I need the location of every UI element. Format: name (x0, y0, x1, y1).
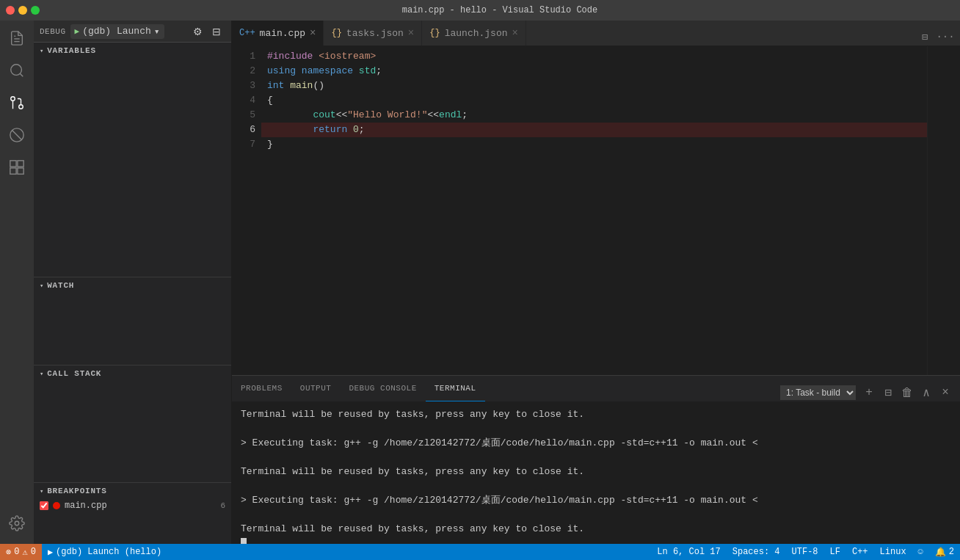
token-return: return (313, 123, 347, 137)
status-spaces[interactable]: Spaces: 4 (727, 544, 786, 560)
svg-point-5 (11, 97, 15, 101)
token-string: "Hello World!" (347, 108, 427, 123)
tab-close-launch[interactable]: × (512, 27, 518, 39)
split-editor-button[interactable]: ⊟ (916, 28, 934, 46)
line-num-7: 7 (238, 137, 255, 152)
status-os[interactable]: Linux (874, 544, 912, 560)
terminal-line-9: Terminal will be reused by tasks, press … (241, 522, 951, 537)
svg-rect-11 (10, 168, 16, 174)
tab-close-main-cpp[interactable]: × (310, 27, 316, 39)
panel-tab-output[interactable]: OUTPUT (291, 376, 341, 401)
maximize-button[interactable] (31, 6, 40, 15)
terminal-select[interactable]: 1: Task - build (780, 385, 856, 400)
status-debug-session[interactable]: ▶ (gdb) Launch (hello) (42, 544, 167, 560)
close-panel-button[interactable]: × (937, 384, 954, 401)
callstack-header[interactable]: ▾ CALL STACK (34, 366, 231, 382)
code-editor[interactable]: 1 2 3 4 5 6 7 #include <iostream> (232, 46, 960, 375)
play-icon: ▶ (75, 26, 80, 36)
position-text: Ln 6, Col 17 (657, 547, 720, 557)
status-feedback[interactable]: ☺ (912, 544, 929, 560)
breakpoints-label: BREAKPOINTS (47, 487, 106, 495)
line-num-2: 2 (238, 64, 255, 79)
tab-launch-json[interactable]: {} launch.json × (422, 21, 526, 46)
debug-session[interactable]: ▶ (gdb) Launch ▾ (70, 24, 164, 39)
panel-tab-terminal[interactable]: TERMINAL (426, 376, 485, 401)
svg-rect-12 (18, 168, 23, 174)
status-bar: ⊗ 0 ⚠ 0 ▶ (gdb) Launch (hello) Ln 6, Col… (0, 544, 960, 560)
panel-tab-debug-console[interactable]: DEBUG CONSOLE (340, 376, 425, 401)
close-button[interactable] (6, 6, 15, 15)
debug-layout-button[interactable]: ⊟ (208, 23, 225, 40)
play-status-icon: ▶ (48, 547, 53, 558)
line-num-1: 1 (238, 49, 255, 64)
terminal-line-7: > Executing task: g++ -g /home/zl2014277… (241, 493, 951, 508)
debug-gear-button[interactable]: ⚙ (189, 23, 206, 40)
code-line-7: } (261, 137, 927, 152)
status-position[interactable]: Ln 6, Col 17 (651, 544, 726, 560)
breakpoint-checkbox[interactable] (40, 501, 48, 510)
feedback-icon: ☺ (918, 547, 923, 557)
warning-count: 0 (31, 547, 36, 557)
activity-settings[interactable] (2, 509, 32, 538)
terminal-line-5: Terminal will be reused by tasks, press … (241, 465, 951, 479)
minimap (927, 46, 960, 375)
split-terminal-button[interactable]: ⊟ (879, 384, 897, 401)
callstack-section: ▾ CALL STACK (34, 366, 231, 483)
terminal-selector: 1: Task - build (780, 385, 856, 400)
activity-extensions[interactable] (2, 153, 32, 182)
activity-search[interactable] (2, 56, 32, 85)
tab-label-tasks: tasks.json (346, 28, 404, 39)
terminal-content[interactable]: Terminal will be reused by tasks, press … (232, 401, 960, 544)
watch-header[interactable]: ▾ WATCH (34, 277, 231, 294)
terminal-line-1: Terminal will be reused by tasks, press … (241, 407, 951, 422)
breakpoint-item[interactable]: main.cpp 6 (34, 499, 231, 512)
tab-tasks-json[interactable]: {} tasks.json × (324, 21, 422, 46)
trash-terminal-button[interactable]: 🗑 (898, 384, 916, 401)
panel-tab-actions: 1: Task - build + ⊟ 🗑 ∧ × (780, 384, 960, 401)
status-left: ⊗ 0 ⚠ 0 ▶ (gdb) Launch (hello) (0, 544, 167, 560)
terminal-line-cursor (241, 537, 951, 545)
breakpoints-chevron: ▾ (40, 487, 44, 495)
breakpoints-section: ▾ BREAKPOINTS main.cpp 6 (34, 483, 231, 544)
token-cout: cout (313, 108, 335, 123)
code-line-4: { (261, 93, 927, 108)
token-include: #include (267, 49, 313, 64)
new-terminal-button[interactable]: + (860, 384, 878, 401)
code-line-3: int main () (261, 79, 927, 93)
line-num-4: 4 (238, 93, 255, 108)
activity-debug[interactable] (2, 120, 32, 150)
token-brace-close: } (267, 137, 273, 152)
activity-git[interactable] (2, 88, 32, 117)
activity-explorer[interactable] (2, 23, 32, 53)
terminal-cursor (241, 538, 247, 544)
status-errors[interactable]: ⊗ 0 ⚠ 0 (0, 544, 42, 560)
status-eol[interactable]: LF (824, 544, 846, 560)
terminal-line-6 (241, 479, 951, 494)
minimize-button[interactable] (18, 6, 27, 15)
variables-header[interactable]: ▾ VARIABLES (34, 43, 231, 59)
panel-tab-problems[interactable]: PROBLEMS (232, 376, 291, 401)
token-iostream: <iostream> (319, 49, 376, 64)
code-line-6: return 0 ; (261, 123, 927, 137)
token-shift-2: << (427, 108, 439, 123)
tab-close-tasks[interactable]: × (408, 27, 414, 39)
code-line-2: using namespace std ; (261, 64, 927, 79)
editor-area: C++ main.cpp × {} tasks.json × {} launch… (232, 21, 960, 544)
line-num-5: 5 (238, 108, 255, 123)
watch-chevron: ▾ (40, 282, 44, 290)
breakpoints-header[interactable]: ▾ BREAKPOINTS (34, 483, 231, 499)
activity-bar (0, 21, 34, 544)
variables-chevron: ▾ (40, 47, 44, 55)
status-right: Ln 6, Col 17 Spaces: 4 UTF-8 LF C++ Linu… (651, 544, 960, 560)
tab-main-cpp[interactable]: C++ main.cpp × (232, 21, 324, 46)
eol-text: LF (830, 547, 840, 557)
svg-line-3 (20, 73, 23, 76)
status-notifications[interactable]: 🔔 2 (929, 544, 960, 560)
breakpoint-line: 6 (220, 501, 225, 510)
more-tabs-button[interactable]: ··· (937, 28, 954, 46)
status-encoding[interactable]: UTF-8 (786, 544, 824, 560)
tab-icon-main-cpp: C++ (239, 28, 255, 38)
line-num-3: 3 (238, 79, 255, 93)
status-language[interactable]: C++ (846, 544, 874, 560)
maximize-panel-button[interactable]: ∧ (917, 384, 935, 401)
